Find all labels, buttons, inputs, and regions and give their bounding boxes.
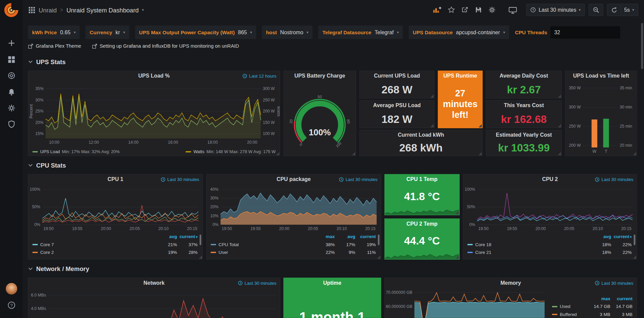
breadcrumb-app[interactable]: Unraid (39, 6, 57, 13)
variable-ups-max-power[interactable]: UPS Max Output Power Capacity (Watt) 865… (135, 26, 256, 39)
panel-title[interactable]: Average Daily Cost (486, 71, 561, 81)
sidebar-item-help[interactable]: ? (0, 298, 22, 312)
panel-title[interactable]: Uptime (284, 278, 381, 288)
variable-telegraf-datasource[interactable]: Telegraf Datasource Telegraf ▾ (318, 26, 403, 39)
variable-currency[interactable]: Currency kr ▾ (86, 26, 129, 39)
link-grafana-plex-theme[interactable]: Grafana Plex Theme (28, 43, 81, 49)
legend-sort-current[interactable]: current▾ (177, 234, 197, 239)
panel-title[interactable]: Estimated Yearly Cost (486, 130, 561, 140)
cpu-package-chart[interactable]: 0%10%20%30%40%19:5019:5520:0020:0520:102… (206, 184, 381, 232)
legend-sort-current[interactable]: current▾ (611, 234, 632, 239)
resize-handle[interactable] (455, 211, 459, 215)
resize-handle[interactable] (557, 94, 561, 98)
legend-sort-current[interactable]: current (355, 234, 376, 239)
legend: max current Used 14.7 GB 14.7 GB Buffere… (552, 294, 633, 318)
sidebar-item-explore[interactable] (0, 69, 22, 83)
panel-title[interactable]: CPU 2 Temp (385, 219, 459, 229)
legend-series[interactable]: Buffered (552, 312, 588, 317)
network-chart[interactable]: 2.0 MBs4.0 MBs6.0 MBs (28, 288, 280, 318)
legend-sort-current[interactable]: current (610, 296, 633, 301)
grafana-logo[interactable] (4, 3, 18, 17)
sidebar-item-create[interactable] (0, 36, 22, 50)
section-cpu-stats[interactable]: CPU Stats (28, 160, 66, 170)
memory-chart[interactable]: 50.000000 GB60.000000 GB70.000000 GB (385, 288, 549, 318)
resize-handle[interactable] (430, 94, 434, 98)
svg-text:20:00: 20:00 (247, 140, 258, 145)
panel-title[interactable]: UPS Battery Charge (284, 71, 356, 81)
cpu2-chart[interactable]: 0%50%100%19:5019:5520:0020:0520:1020:15 (463, 184, 637, 232)
svg-text:14:00: 14:00 (128, 140, 139, 145)
resize-handle[interactable] (276, 151, 279, 155)
legend-sort-max[interactable]: max (588, 296, 610, 301)
legend-series[interactable]: Core 21 (467, 249, 591, 255)
panel-title[interactable]: Current UPS Load (360, 71, 434, 81)
panel-title[interactable]: CPU 1 Temp (385, 175, 459, 184)
panel-title[interactable]: UPS Load % (28, 71, 280, 81)
legend-series[interactable]: Used (552, 304, 588, 309)
svg-text:25%: 25% (35, 109, 44, 113)
legend-sort-max[interactable]: max (314, 234, 335, 239)
legend-scrollbar[interactable] (634, 234, 635, 245)
resize-handle[interactable] (352, 151, 355, 155)
resize-handle[interactable] (198, 255, 202, 259)
panel-title[interactable]: This Years Cost (486, 101, 561, 110)
variable-host[interactable]: host Nostromo ▾ (262, 26, 313, 39)
resize-handle[interactable] (557, 124, 561, 127)
svg-text:350 W: 350 W (569, 86, 581, 90)
page-scrollbar[interactable] (641, 23, 643, 69)
zoom-out-button[interactable] (589, 4, 603, 16)
legend-row: Used 14.7 GB 14.7 GB (552, 302, 633, 310)
resize-handle[interactable] (478, 124, 482, 127)
sidebar-item-dashboards[interactable] (0, 53, 22, 67)
load-vs-time-chart[interactable]: 200 W250 W300 W350 W20 min25 min30 min35… (565, 81, 637, 155)
cycle-view-button[interactable] (507, 5, 518, 15)
legend-sort-avg[interactable]: avg (591, 234, 611, 239)
link-ups-monitoring-guide[interactable]: Setting up Grafana and InfluxDB for UPS … (92, 43, 239, 49)
add-panel-button[interactable] (431, 5, 443, 15)
resize-handle[interactable] (633, 151, 636, 155)
legend-series[interactable]: Core 7 (33, 242, 156, 247)
cpu1-chart[interactable]: 0%50%100%19:5019:5520:0020:0520:1020:15 (28, 184, 202, 232)
star-button[interactable] (447, 5, 456, 15)
panel-title[interactable]: Average PSU Load (360, 101, 434, 110)
resize-handle[interactable] (633, 255, 636, 259)
legend-series[interactable]: CPU Total (211, 242, 314, 247)
panel-title[interactable]: Current Load kWh (360, 130, 482, 140)
sidebar-item-alerting[interactable] (0, 85, 22, 99)
cpu-threads-input[interactable] (550, 26, 620, 39)
apps-grid-icon[interactable] (28, 6, 35, 13)
chevron-down-icon[interactable]: ▾ (142, 8, 144, 12)
refresh-picker[interactable]: 5s ▾ (607, 4, 638, 16)
panel-title[interactable]: UPS Runtime (438, 71, 482, 81)
sidebar-item-profile[interactable] (0, 282, 22, 296)
sidebar-item-configuration[interactable] (0, 101, 22, 115)
variable-ups-datasource[interactable]: UPS Datasource apcupsd-container ▾ (409, 26, 509, 39)
legend-scrollbar[interactable] (199, 234, 201, 245)
panel-estimated-yearly-cost: Estimated Yearly Cost kr 1033.99 (486, 130, 562, 156)
battery-gauge[interactable]: 0205080100100% (284, 81, 356, 151)
sidebar-item-server-admin[interactable] (0, 117, 22, 131)
legend-series[interactable]: Core 2 (33, 249, 156, 255)
legend-series[interactable]: Core 18 (467, 242, 591, 247)
legend-series[interactable]: User (211, 249, 314, 255)
dashboard-settings-button[interactable] (487, 5, 497, 15)
legend-scrollbar[interactable] (378, 234, 379, 245)
legend-sort-avg[interactable]: avg (156, 234, 177, 239)
panel-title[interactable]: UPS Load vs Time left (565, 71, 637, 81)
time-range-picker[interactable]: Last 30 minutes ▾ (526, 4, 585, 16)
resize-handle[interactable] (377, 255, 380, 259)
resize-handle[interactable] (478, 151, 482, 155)
dashboard-title[interactable]: Unraid System Dashboard (66, 6, 139, 13)
save-button[interactable] (474, 5, 484, 15)
share-button[interactable] (460, 5, 470, 15)
resize-handle[interactable] (455, 255, 459, 259)
ups-load-chart[interactable]: 15%20%25%30%35%100 W150 W200 W250 W300 W… (28, 81, 280, 146)
section-ups-stats[interactable]: UPS Stats (28, 57, 65, 66)
variable-kwh-price[interactable]: kWh Price 0.65 ▾ (28, 26, 80, 39)
resize-handle[interactable] (430, 124, 434, 127)
resize-handle[interactable] (557, 151, 561, 155)
svg-text:Percent: Percent (29, 104, 34, 119)
legend-sort-avg[interactable]: avg (335, 234, 355, 239)
stat-value: 268 W (360, 81, 434, 98)
section-network-memory[interactable]: Network / Memory (28, 264, 89, 273)
